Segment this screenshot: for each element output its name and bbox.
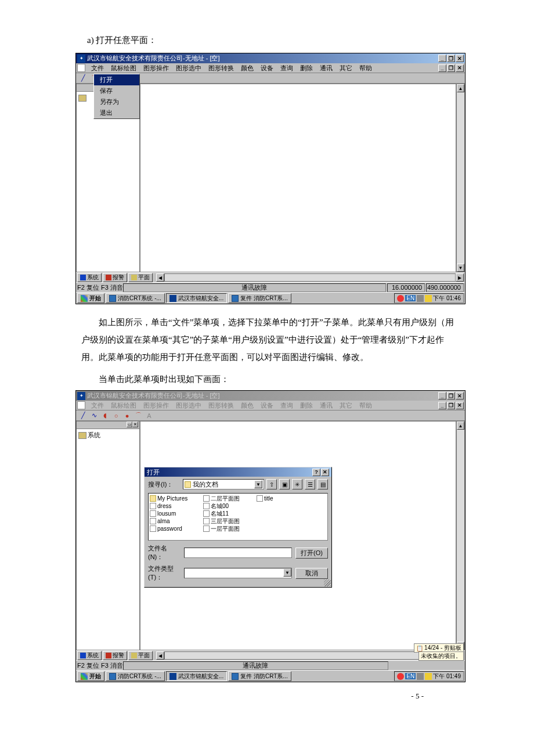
mdi-close-button[interactable]: ✕ [456,64,464,72]
details-view-button[interactable]: ▤ [317,479,328,489]
up-folder-button[interactable]: ⇧ [266,479,277,489]
task-button-3[interactable]: 复件 消防CRT系... [228,293,291,303]
lookin-combo[interactable]: 我的文档 ▼ [183,479,264,489]
mdi-close-button[interactable]: ✕ [456,402,464,409]
mdi-minimize-button[interactable]: _ [438,402,446,409]
tray-volume-icon[interactable] [425,295,432,302]
file-item[interactable]: 名城00 [203,502,253,510]
tab-system[interactable]: 系统 [77,273,102,282]
file-item[interactable]: alma [150,517,200,525]
menu-help[interactable]: 帮助 [356,401,376,411]
menu-query[interactable]: 查询 [277,63,297,73]
file-item[interactable]: password [150,525,200,532]
tray-icon-1[interactable] [397,673,404,680]
menu-comm[interactable]: 通讯 [316,401,336,411]
tab-system[interactable]: 系统 [77,651,102,660]
arc-tool-icon[interactable]: ⌒ [134,411,143,420]
vertical-scrollbar[interactable]: ▲ ▼ [456,84,465,272]
sidebar-pin-icon[interactable]: ▭ [127,422,132,427]
menu-device[interactable]: 设备 [257,63,277,73]
menu-other[interactable]: 其它 [336,401,356,411]
hscroll-left-button[interactable]: ◀ [156,651,164,660]
tab-plane[interactable]: 平面 [128,273,153,282]
file-item[interactable]: 一层平面图 [203,525,253,532]
file-item[interactable]: title [257,495,306,502]
menu-mousedraw[interactable]: 鼠标绘图 [107,401,140,411]
menu-device[interactable]: 设备 [257,401,277,411]
menu-file[interactable]: 文件 [88,63,107,73]
menu-color[interactable]: 颜色 [237,401,257,411]
menu-query[interactable]: 查询 [277,401,297,411]
open-button[interactable]: 打开(O) [295,548,328,559]
sidebar-close-icon[interactable]: ✕ [132,422,138,427]
tray-volume-icon[interactable] [425,673,432,680]
tab-plane[interactable]: 平面 [128,651,153,660]
minimize-button[interactable]: _ [438,392,446,399]
menu-delete[interactable]: 删除 [297,63,316,73]
menu-exit[interactable]: 退出 [94,107,139,118]
sidebar-item-system[interactable]: 系统 [78,430,138,440]
file-item[interactable]: 二层平面图 [203,495,253,502]
vertical-scrollbar[interactable]: ▲ ▼ [456,421,465,650]
line-tool-icon[interactable]: ╱ [78,411,88,420]
hscroll-left-button[interactable]: ◀ [156,273,164,282]
fillcircle-tool-icon[interactable]: ◖ [100,411,110,420]
menu-saveas[interactable]: 另存为 [94,96,139,107]
file-item[interactable]: 三层平面图 [203,517,253,525]
dialog-help-button[interactable]: ? [312,469,320,476]
mdi-maximize-button[interactable]: ❐ [447,64,455,72]
polyline-tool-icon[interactable]: ∿ [89,411,99,420]
scroll-up-button[interactable]: ▲ [457,84,464,92]
task-button-1[interactable]: 消防CRT系统 -... [106,293,165,303]
dialog-close-button[interactable]: ✕ [321,469,329,476]
task-button-2[interactable]: 武汉市锦航安全... [166,671,227,681]
tray-icon-1[interactable] [397,295,404,302]
minimize-button[interactable]: _ [438,55,446,62]
menu-color[interactable]: 颜色 [237,63,257,73]
scroll-down-button[interactable]: ▼ [457,264,464,272]
mdi-maximize-button[interactable]: ❐ [447,402,455,409]
filetype-combo[interactable]: ▼ [184,568,292,578]
file-item[interactable]: lousum [150,510,200,517]
canvas[interactable]: 打开 ? ✕ 搜寻(I)： 我的文档 ▼ ⇧ [140,421,456,650]
cancel-button[interactable]: 取消 [295,568,328,579]
combo-dropdown-icon[interactable]: ▼ [283,568,291,577]
file-item[interactable]: 名城11 [203,510,253,517]
close-button[interactable]: ✕ [456,55,464,62]
task-button-2[interactable]: 武汉市锦航安全... [166,293,227,303]
tray-icon-2[interactable] [417,295,424,302]
start-button[interactable]: 开始 [77,293,104,303]
file-list[interactable]: My Picturesdresslousumalmapassword二层平面图名… [148,493,328,541]
file-item[interactable]: My Pictures [150,495,200,502]
close-button[interactable]: ✕ [456,392,464,399]
menu-delete[interactable]: 删除 [297,401,316,411]
resize-grip[interactable] [324,579,331,586]
tray-icon-2[interactable] [417,673,424,680]
tab-alarm[interactable]: 报警 [103,651,127,660]
filename-input[interactable] [184,548,292,558]
horizontal-scrollbar[interactable]: ◀ ▶ [156,651,464,660]
menu-shapesel[interactable]: 图形选中 [172,401,205,411]
line-tool-icon[interactable]: ╱ [78,74,88,82]
mdi-minimize-button[interactable]: _ [438,64,446,72]
canvas[interactable] [140,84,456,272]
text-tool-icon[interactable]: A [145,411,154,420]
disc-tool-icon[interactable]: ● [122,411,132,420]
combo-dropdown-icon[interactable]: ▼ [254,480,262,488]
tray-lang[interactable]: EN [405,673,416,679]
task-button-3[interactable]: 复件 消防CRT系... [228,671,291,681]
menu-other[interactable]: 其它 [336,63,356,73]
menu-save[interactable]: 保存 [94,85,139,96]
tab-alarm[interactable]: 报警 [103,273,127,282]
menu-shapeop[interactable]: 图形操作 [140,401,172,411]
menu-open[interactable]: 打开 [94,74,139,85]
file-item[interactable]: dress [150,502,200,510]
menu-shapeop[interactable]: 图形操作 [140,63,172,73]
menu-help[interactable]: 帮助 [356,63,376,73]
list-view-button[interactable]: ☰ [305,479,315,489]
maximize-button[interactable]: ❐ [447,392,455,399]
tray-lang[interactable]: EN [405,295,416,301]
menu-shapesel[interactable]: 图形选中 [172,63,205,73]
circle-tool-icon[interactable]: ○ [111,411,121,420]
horizontal-scrollbar[interactable]: ◀ ▶ [156,273,464,282]
